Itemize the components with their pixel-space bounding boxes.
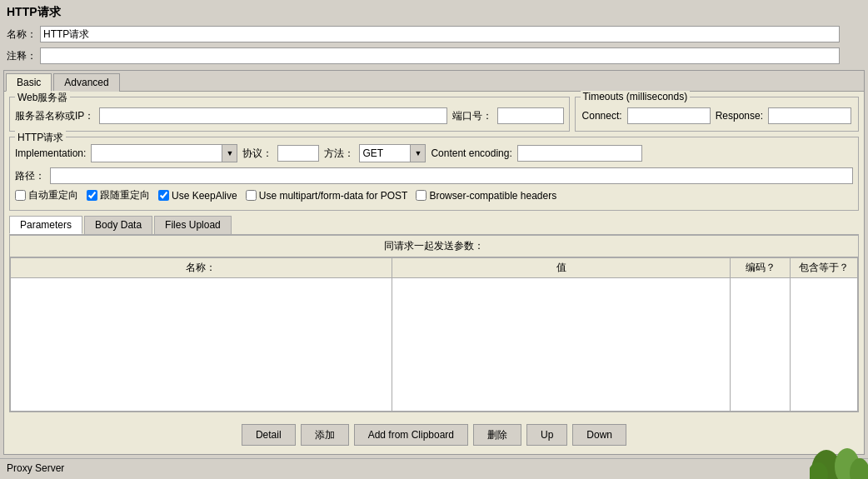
method-label: 方法： bbox=[324, 147, 354, 161]
checkbox-browser-headers[interactable]: Browser-compatible headers bbox=[416, 190, 556, 202]
grass-decoration bbox=[810, 442, 868, 479]
params-table: 名称： 值 编码？ 包含等于？ bbox=[10, 257, 858, 412]
name-label: 名称： bbox=[7, 27, 37, 42]
name-input[interactable] bbox=[40, 26, 840, 42]
response-input[interactable] bbox=[768, 107, 851, 124]
http-request-section: HTTP请求 Implementation: ▼ 协议： 方法： ▼ bbox=[9, 137, 859, 211]
impl-input[interactable] bbox=[92, 145, 222, 162]
timeouts-row: Connect: Response: bbox=[582, 106, 851, 126]
params-body-include bbox=[790, 278, 857, 412]
proxy-server-text: Proxy Server bbox=[7, 462, 64, 474]
params-body-name bbox=[11, 278, 392, 412]
server-row: 服务器名称或IP： 端口号： bbox=[15, 106, 564, 126]
protocol-input[interactable] bbox=[277, 145, 319, 162]
connect-input[interactable] bbox=[627, 107, 711, 124]
add-from-clipboard-button[interactable]: Add from Clipboard bbox=[354, 424, 468, 446]
checkbox-keep-alive-label: Use KeepAlive bbox=[172, 190, 237, 202]
name-row: 名称： bbox=[0, 23, 868, 45]
page-title: HTTP请求 bbox=[0, 0, 868, 23]
path-input[interactable] bbox=[50, 167, 853, 184]
method-dropdown-btn[interactable]: ▼ bbox=[410, 145, 425, 162]
params-body-value bbox=[392, 278, 731, 412]
web-server-section: Web服务器 服务器名称或IP： 端口号： bbox=[9, 97, 570, 132]
checkbox-auto-redirect[interactable]: 自动重定向 bbox=[15, 188, 78, 202]
params-header: 同请求一起发送参数： bbox=[10, 236, 858, 257]
web-server-row: Web服务器 服务器名称或IP： 端口号： Timeouts (millisec… bbox=[9, 97, 859, 132]
main-tabs-container: Basic Advanced Web服务器 服务器名称或IP： 端口号： bbox=[3, 70, 865, 455]
http-request-title: HTTP请求 bbox=[15, 131, 66, 145]
tab-advanced[interactable]: Advanced bbox=[53, 73, 119, 92]
method-select[interactable]: ▼ bbox=[359, 144, 426, 162]
checkbox-browser-headers-input[interactable] bbox=[416, 190, 427, 201]
inner-tab-bar: Parameters Body Data Files Upload bbox=[9, 216, 859, 235]
up-button[interactable]: Up bbox=[526, 424, 567, 446]
button-row: Detail 添加 Add from Clipboard 删除 Up Down bbox=[9, 417, 859, 449]
timeouts-section: Timeouts (milliseconds) Connect: Respons… bbox=[575, 97, 859, 132]
connect-label: Connect: bbox=[582, 110, 622, 122]
protocol-label: 协议： bbox=[242, 147, 272, 161]
checkbox-keep-alive-input[interactable] bbox=[158, 190, 169, 201]
main-tab-bar: Basic Advanced bbox=[4, 71, 864, 92]
col-encode: 编码？ bbox=[731, 258, 790, 278]
col-include-equals: 包含等于？ bbox=[790, 258, 857, 278]
checkbox-keep-alive[interactable]: Use KeepAlive bbox=[158, 190, 237, 202]
comment-input[interactable] bbox=[40, 47, 840, 64]
col-value: 值 bbox=[392, 258, 731, 278]
path-row: 路径： bbox=[15, 164, 853, 186]
checkbox-multipart-label: Use multipart/form-data for POST bbox=[259, 190, 408, 202]
down-button[interactable]: Down bbox=[572, 424, 626, 446]
proxy-server-label: Proxy Server bbox=[0, 458, 868, 477]
checkbox-multipart[interactable]: Use multipart/form-data for POST bbox=[246, 190, 408, 202]
detail-button[interactable]: Detail bbox=[242, 424, 296, 446]
server-name-input[interactable] bbox=[99, 107, 446, 124]
checkbox-auto-redirect-input[interactable] bbox=[15, 190, 26, 201]
inner-tab-body-data[interactable]: Body Data bbox=[84, 216, 152, 234]
checkbox-auto-redirect-label: 自动重定向 bbox=[28, 188, 78, 202]
port-input[interactable] bbox=[497, 107, 564, 124]
inner-tab-files-upload[interactable]: Files Upload bbox=[154, 216, 232, 234]
checkbox-row: 自动重定向 跟随重定向 Use KeepAlive Use multipart/… bbox=[15, 186, 853, 205]
comment-row: 注释： bbox=[0, 45, 868, 67]
comment-label: 注释： bbox=[7, 49, 37, 63]
inner-tab-parameters[interactable]: Parameters bbox=[9, 216, 82, 234]
checkbox-multipart-input[interactable] bbox=[246, 190, 257, 201]
path-label: 路径： bbox=[15, 169, 45, 183]
content-encoding-input[interactable] bbox=[517, 145, 642, 162]
delete-button[interactable]: 删除 bbox=[473, 424, 521, 446]
content-encoding-label: Content encoding: bbox=[431, 147, 511, 159]
impl-dropdown-btn[interactable]: ▼ bbox=[222, 145, 237, 162]
checkbox-follow-redirect[interactable]: 跟随重定向 bbox=[87, 188, 150, 202]
checkbox-follow-redirect-input[interactable] bbox=[87, 190, 97, 201]
params-section: 同请求一起发送参数： 名称： 值 编码？ 包含等于？ bbox=[9, 235, 859, 412]
response-label: Response: bbox=[716, 110, 763, 122]
grass-svg bbox=[810, 442, 868, 479]
server-label: 服务器名称或IP： bbox=[15, 109, 94, 123]
web-server-title: Web服务器 bbox=[15, 91, 70, 105]
add-button[interactable]: 添加 bbox=[301, 424, 349, 446]
impl-row: Implementation: ▼ 协议： 方法： ▼ Content enco… bbox=[15, 141, 853, 164]
params-body-encode bbox=[731, 278, 790, 412]
tab-basic[interactable]: Basic bbox=[6, 73, 52, 92]
checkbox-browser-headers-label: Browser-compatible headers bbox=[429, 190, 556, 202]
port-label: 端口号： bbox=[452, 109, 492, 123]
tab-content-basic: Web服务器 服务器名称或IP： 端口号： Timeouts (millisec… bbox=[4, 92, 864, 454]
impl-select[interactable]: ▼ bbox=[91, 144, 237, 162]
method-input[interactable] bbox=[360, 145, 410, 162]
checkbox-follow-redirect-label: 跟随重定向 bbox=[100, 188, 150, 202]
main-container: HTTP请求 名称： 注释： Basic Advanced Web服务器 服务器… bbox=[0, 0, 868, 477]
impl-label: Implementation: bbox=[15, 147, 86, 159]
col-name: 名称： bbox=[11, 258, 392, 278]
timeouts-title: Timeouts (milliseconds) bbox=[581, 91, 691, 102]
